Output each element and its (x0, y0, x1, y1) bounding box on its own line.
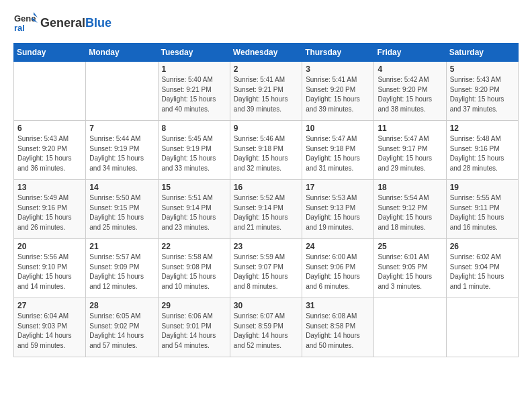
day-number: 27 (17, 301, 82, 310)
weekday-header: Sunday (14, 44, 86, 62)
calendar-cell: 2Sunrise: 5:41 AM Sunset: 9:21 PM Daylig… (230, 62, 302, 121)
weekday-header: Tuesday (158, 44, 230, 62)
calendar-cell: 7Sunrise: 5:44 AM Sunset: 9:19 PM Daylig… (86, 121, 158, 180)
day-info: Sunrise: 5:55 AM Sunset: 9:11 PM Dayligh… (450, 193, 515, 232)
day-info: Sunrise: 5:54 AM Sunset: 9:12 PM Dayligh… (378, 193, 442, 232)
day-number: 9 (234, 124, 298, 133)
calendar-cell: 23Sunrise: 5:59 AM Sunset: 9:07 PM Dayli… (230, 239, 302, 298)
calendar-cell: 3Sunrise: 5:41 AM Sunset: 9:20 PM Daylig… (302, 62, 374, 121)
day-info: Sunrise: 5:41 AM Sunset: 9:20 PM Dayligh… (306, 75, 370, 114)
header-row: SundayMondayTuesdayWednesdayThursdayFrid… (14, 44, 519, 62)
day-info: Sunrise: 5:47 AM Sunset: 9:18 PM Dayligh… (306, 134, 370, 173)
day-number: 7 (89, 124, 154, 133)
calendar-cell: 1Sunrise: 5:40 AM Sunset: 9:21 PM Daylig… (158, 62, 230, 121)
day-info: Sunrise: 5:44 AM Sunset: 9:19 PM Dayligh… (89, 134, 154, 173)
calendar-cell: 26Sunrise: 6:02 AM Sunset: 9:04 PM Dayli… (446, 239, 518, 298)
calendar-cell: 10Sunrise: 5:47 AM Sunset: 9:18 PM Dayli… (302, 121, 374, 180)
calendar-cell: 4Sunrise: 5:42 AM Sunset: 9:20 PM Daylig… (374, 62, 446, 121)
logo-general: General (40, 16, 85, 30)
day-info: Sunrise: 5:52 AM Sunset: 9:14 PM Dayligh… (234, 193, 298, 232)
day-number: 23 (234, 242, 298, 251)
calendar-cell (374, 298, 446, 357)
day-info: Sunrise: 5:58 AM Sunset: 9:08 PM Dayligh… (162, 253, 226, 291)
day-info: Sunrise: 5:46 AM Sunset: 9:18 PM Dayligh… (234, 134, 298, 173)
day-info: Sunrise: 5:50 AM Sunset: 9:15 PM Dayligh… (89, 193, 154, 232)
day-info: Sunrise: 5:42 AM Sunset: 9:20 PM Dayligh… (378, 75, 442, 114)
day-info: Sunrise: 5:41 AM Sunset: 9:21 PM Dayligh… (234, 75, 298, 114)
day-info: Sunrise: 5:56 AM Sunset: 9:10 PM Dayligh… (17, 253, 82, 291)
day-number: 13 (17, 183, 82, 192)
calendar-cell: 12Sunrise: 5:48 AM Sunset: 9:16 PM Dayli… (446, 121, 518, 180)
header: Gene ral GeneralBlue (13, 11, 519, 35)
day-number: 12 (450, 124, 515, 133)
calendar-cell: 25Sunrise: 6:01 AM Sunset: 9:05 PM Dayli… (374, 239, 446, 298)
calendar-week-row: 20Sunrise: 5:56 AM Sunset: 9:10 PM Dayli… (14, 239, 519, 298)
day-number: 6 (17, 124, 82, 133)
day-number: 25 (378, 242, 442, 251)
day-info: Sunrise: 5:43 AM Sunset: 9:20 PM Dayligh… (17, 134, 82, 173)
day-number: 15 (162, 183, 226, 192)
calendar-cell: 16Sunrise: 5:52 AM Sunset: 9:14 PM Dayli… (230, 180, 302, 239)
day-number: 16 (234, 183, 298, 192)
calendar-cell: 29Sunrise: 6:06 AM Sunset: 9:01 PM Dayli… (158, 298, 230, 357)
day-number: 18 (378, 183, 442, 192)
calendar-cell: 8Sunrise: 5:45 AM Sunset: 9:19 PM Daylig… (158, 121, 230, 180)
calendar-cell: 21Sunrise: 5:57 AM Sunset: 9:09 PM Dayli… (86, 239, 158, 298)
day-info: Sunrise: 5:59 AM Sunset: 9:07 PM Dayligh… (234, 253, 298, 291)
day-number: 10 (306, 124, 370, 133)
day-info: Sunrise: 5:49 AM Sunset: 9:16 PM Dayligh… (17, 193, 82, 232)
day-info: Sunrise: 5:57 AM Sunset: 9:09 PM Dayligh… (89, 253, 154, 291)
calendar-cell (14, 62, 86, 121)
weekday-header: Wednesday (230, 44, 302, 62)
day-number: 5 (450, 64, 515, 74)
calendar-cell: 20Sunrise: 5:56 AM Sunset: 9:10 PM Dayli… (14, 239, 86, 298)
calendar-table: SundayMondayTuesdayWednesdayThursdayFrid… (13, 43, 519, 357)
day-number: 1 (162, 64, 226, 74)
day-number: 20 (17, 242, 82, 251)
day-info: Sunrise: 5:43 AM Sunset: 9:20 PM Dayligh… (450, 75, 515, 114)
day-info: Sunrise: 5:51 AM Sunset: 9:14 PM Dayligh… (162, 193, 226, 232)
calendar-cell: 5Sunrise: 5:43 AM Sunset: 9:20 PM Daylig… (446, 62, 518, 121)
calendar-cell: 19Sunrise: 5:55 AM Sunset: 9:11 PM Dayli… (446, 180, 518, 239)
page: Gene ral GeneralBlue SundayMondayTuesday… (0, 0, 532, 368)
calendar-cell: 11Sunrise: 5:47 AM Sunset: 9:17 PM Dayli… (374, 121, 446, 180)
logo-blue: Blue (85, 16, 112, 30)
svg-text:ral: ral (14, 23, 25, 33)
day-info: Sunrise: 5:47 AM Sunset: 9:17 PM Dayligh… (378, 134, 442, 173)
calendar-cell (86, 62, 158, 121)
day-info: Sunrise: 5:53 AM Sunset: 9:13 PM Dayligh… (306, 193, 370, 232)
day-info: Sunrise: 6:06 AM Sunset: 9:01 PM Dayligh… (162, 312, 226, 351)
day-info: Sunrise: 5:40 AM Sunset: 9:21 PM Dayligh… (162, 75, 226, 114)
calendar-cell: 27Sunrise: 6:04 AM Sunset: 9:03 PM Dayli… (14, 298, 86, 357)
calendar-cell: 13Sunrise: 5:49 AM Sunset: 9:16 PM Dayli… (14, 180, 86, 239)
weekday-header: Thursday (302, 44, 374, 62)
day-info: Sunrise: 6:00 AM Sunset: 9:06 PM Dayligh… (306, 253, 370, 291)
calendar-cell: 18Sunrise: 5:54 AM Sunset: 9:12 PM Dayli… (374, 180, 446, 239)
day-number: 3 (306, 64, 370, 74)
day-number: 26 (450, 242, 515, 251)
calendar-cell: 28Sunrise: 6:05 AM Sunset: 9:02 PM Dayli… (86, 298, 158, 357)
calendar-cell (446, 298, 518, 357)
weekday-header: Friday (374, 44, 446, 62)
calendar-cell: 30Sunrise: 6:07 AM Sunset: 8:59 PM Dayli… (230, 298, 302, 357)
day-number: 17 (306, 183, 370, 192)
weekday-header: Monday (86, 44, 158, 62)
day-number: 30 (234, 301, 298, 310)
day-number: 22 (162, 242, 226, 251)
calendar-cell: 6Sunrise: 5:43 AM Sunset: 9:20 PM Daylig… (14, 121, 86, 180)
calendar-week-row: 27Sunrise: 6:04 AM Sunset: 9:03 PM Dayli… (14, 298, 519, 357)
day-info: Sunrise: 6:08 AM Sunset: 8:58 PM Dayligh… (306, 312, 370, 351)
day-number: 21 (89, 242, 154, 251)
weekday-header: Saturday (446, 44, 518, 62)
logo-icon: Gene ral (13, 11, 38, 35)
day-number: 4 (378, 64, 442, 74)
calendar-cell: 14Sunrise: 5:50 AM Sunset: 9:15 PM Dayli… (86, 180, 158, 239)
calendar-cell: 9Sunrise: 5:46 AM Sunset: 9:18 PM Daylig… (230, 121, 302, 180)
day-info: Sunrise: 6:05 AM Sunset: 9:02 PM Dayligh… (89, 312, 154, 351)
day-number: 31 (306, 301, 370, 310)
calendar-week-row: 1Sunrise: 5:40 AM Sunset: 9:21 PM Daylig… (14, 62, 519, 121)
day-number: 29 (162, 301, 226, 310)
calendar-week-row: 6Sunrise: 5:43 AM Sunset: 9:20 PM Daylig… (14, 121, 519, 180)
calendar-cell: 22Sunrise: 5:58 AM Sunset: 9:08 PM Dayli… (158, 239, 230, 298)
calendar-cell: 24Sunrise: 6:00 AM Sunset: 9:06 PM Dayli… (302, 239, 374, 298)
